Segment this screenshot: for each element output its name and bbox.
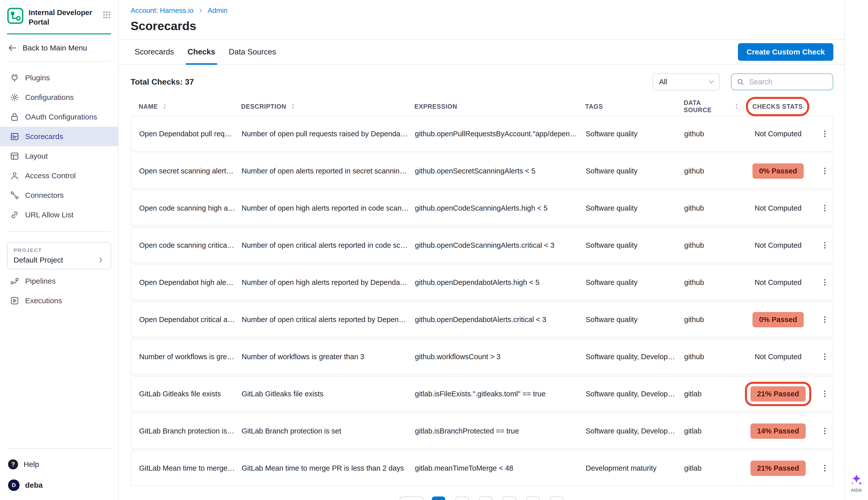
- sidebar-item-url-allow-list[interactable]: URL Allow List: [0, 205, 118, 225]
- table-row[interactable]: Number of workflows is greate...Number o…: [131, 339, 833, 375]
- checks-content: Total Checks: 37 All NAMEDESCRIPTIONEXPR…: [119, 65, 844, 500]
- arrow-left-icon: [8, 43, 17, 53]
- cell-expression: github.openDependabotAlerts.critical < 3: [415, 316, 586, 324]
- layout-icon: [10, 151, 19, 161]
- row-menu-button[interactable]: [818, 201, 832, 215]
- table-row[interactable]: Open Dependabot pull request...Number of…: [131, 116, 833, 151]
- table-header: NAMEDESCRIPTIONEXPRESSIONTAGSDATA SOURCE…: [131, 98, 833, 115]
- pagination-page[interactable]: [455, 497, 469, 500]
- user-name: deba: [25, 481, 43, 489]
- status-text: Not Computed: [755, 130, 802, 138]
- cell-name: Open code scanning high alert...: [131, 204, 242, 212]
- row-menu-button[interactable]: [818, 387, 832, 401]
- apps-grid-icon[interactable]: [102, 11, 111, 19]
- sidebar-item-label: Executions: [25, 296, 62, 305]
- status-text: Not Computed: [755, 204, 802, 212]
- tab-checks[interactable]: Checks: [188, 39, 215, 64]
- table-row[interactable]: Open code scanning high alert...Number o…: [131, 190, 833, 226]
- column-header-description[interactable]: DESCRIPTION: [241, 103, 414, 110]
- cell-expression: github.openCodeScanningAlerts.critical <…: [415, 241, 586, 250]
- sidebar-item-label: Scorecards: [25, 132, 63, 141]
- column-header-data-source[interactable]: DATA SOURCE: [684, 99, 740, 114]
- cell-description: Number of open pull requests raised by D…: [242, 130, 415, 138]
- table-body: Open Dependabot pull request...Number of…: [131, 116, 833, 486]
- back-to-main-menu[interactable]: Back to Main Menu: [0, 34, 118, 55]
- breadcrumb-admin-link[interactable]: Admin: [208, 7, 227, 14]
- project-selector[interactable]: PROJECT Default Project: [7, 242, 111, 269]
- sidebar-item-pipelines[interactable]: Pipelines: [0, 271, 118, 291]
- tabs-row: ScorecardsChecksData Sources Create Cust…: [119, 39, 844, 65]
- sidebar-item-oauth-configurations[interactable]: OAuth Configurations: [0, 107, 118, 127]
- pagination-page[interactable]: [503, 497, 516, 500]
- idp-logo-icon: [7, 8, 24, 24]
- status-badge: 0% Passed: [753, 312, 804, 327]
- cell-data-source: github: [684, 167, 741, 175]
- user-menu[interactable]: D deba: [0, 474, 118, 500]
- cell-tags: Software quality: [586, 316, 684, 324]
- column-header-expression[interactable]: EXPRESSION: [414, 103, 585, 110]
- sidebar-spacer: [0, 310, 118, 442]
- status-text: Not Computed: [755, 353, 802, 361]
- cell-checks-stats: 21% Passed: [741, 386, 816, 401]
- row-menu-button[interactable]: [818, 312, 832, 327]
- table-row[interactable]: Open code scanning critical ale...Number…: [131, 227, 833, 263]
- sidebar-item-access-control[interactable]: Access Control: [0, 166, 118, 185]
- column-header-checks-stats[interactable]: CHECKS STATS: [740, 103, 815, 110]
- sidebar-item-connectors[interactable]: Connectors: [0, 185, 118, 205]
- create-custom-check-button[interactable]: Create Custom Check: [738, 43, 833, 61]
- link-icon: [10, 211, 19, 219]
- column-header-tags[interactable]: TAGS: [585, 103, 684, 110]
- cell-checks-stats: Not Computed: [741, 130, 816, 138]
- pagination-page[interactable]: [550, 497, 563, 500]
- filter-select[interactable]: All: [653, 73, 720, 90]
- pagination-prev[interactable]: [400, 497, 424, 500]
- table-row[interactable]: GitLab Mean time to merge PR ...GitLab M…: [131, 450, 833, 486]
- sidebar-item-layout[interactable]: Layout: [0, 146, 118, 166]
- sidebar-item-executions[interactable]: Executions: [0, 291, 118, 310]
- table-row[interactable]: Open secret scanning alerts is ...Number…: [131, 153, 833, 189]
- column-header-name[interactable]: NAME: [131, 103, 241, 110]
- help-button[interactable]: ? Help: [0, 455, 118, 474]
- tab-scorecards[interactable]: Scorecards: [135, 39, 174, 64]
- row-menu-button[interactable]: [818, 350, 832, 364]
- cell-checks-stats: Not Computed: [741, 241, 816, 250]
- cell-description: Number of open critical alerts reported …: [242, 241, 415, 250]
- sidebar-item-plugins[interactable]: Plugins: [0, 68, 118, 88]
- sidebar-item-label: Layout: [25, 152, 48, 160]
- cell-description: Number of open critical alerts reported …: [242, 316, 415, 324]
- row-menu-button[interactable]: [818, 424, 832, 438]
- aida-button[interactable]: AIDA: [850, 473, 863, 493]
- pagination-page[interactable]: [479, 497, 492, 500]
- row-menu-button[interactable]: [818, 238, 832, 252]
- cell-description: GitLab Branch protection is set: [242, 427, 415, 435]
- cell-name: GitLab Gitleaks file exists: [131, 390, 242, 398]
- table-row[interactable]: GitLab Gitleaks file existsGitLab Gitlea…: [131, 376, 833, 412]
- cell-description: GitLab Gitleaks file exists: [242, 390, 415, 398]
- cell-data-source: github: [684, 279, 741, 287]
- cell-name: Open code scanning critical ale...: [131, 241, 242, 250]
- sidebar-item-label: OAuth Configurations: [25, 113, 97, 121]
- connector-icon: [10, 191, 19, 200]
- row-menu-button[interactable]: [818, 127, 832, 141]
- total-checks-count: Total Checks: 37: [131, 77, 194, 87]
- sidebar-item-scorecards[interactable]: Scorecards: [0, 127, 118, 146]
- pagination-active[interactable]: [432, 497, 445, 500]
- row-menu-button[interactable]: [818, 164, 832, 178]
- chevron-down-icon: [708, 78, 715, 86]
- sidebar-item-configurations[interactable]: Configurations: [0, 88, 118, 107]
- cell-name: Open Dependabot pull request...: [131, 130, 242, 138]
- cell-checks-stats: 0% Passed: [741, 163, 816, 179]
- breadcrumb-account-link[interactable]: Account: Harness.io: [131, 7, 194, 14]
- cell-expression: github.workflowsCount > 3: [415, 353, 586, 361]
- table-row[interactable]: GitLab Branch protection is setGitLab Br…: [131, 413, 833, 449]
- app-window: Internal Developer Portal Back to Main M…: [0, 0, 868, 500]
- table-row[interactable]: Open Dependabot high alerts i...Number o…: [131, 264, 833, 300]
- table-row[interactable]: Open Dependabot critical alert...Number …: [131, 302, 833, 337]
- search-input[interactable]: [748, 77, 827, 87]
- row-menu-button[interactable]: [818, 461, 832, 475]
- row-menu-button[interactable]: [818, 275, 832, 289]
- sidebar-item-label: URL Allow List: [25, 211, 73, 219]
- main-content: Account: Harness.io Admin Scorecards Sco…: [119, 0, 844, 500]
- pagination-page[interactable]: [526, 497, 540, 500]
- tab-data-sources[interactable]: Data Sources: [229, 39, 276, 64]
